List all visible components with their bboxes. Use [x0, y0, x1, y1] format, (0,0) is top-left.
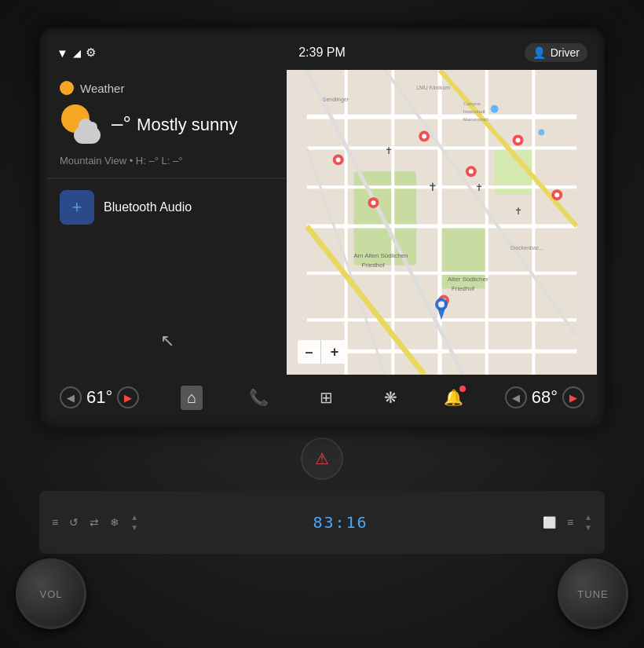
time-display: 83:16	[313, 513, 368, 532]
svg-point-28	[469, 169, 474, 174]
status-bar: ▼ ◢ ⚙ 2:39 PM 👤 Driver	[47, 35, 597, 70]
car-body: ▼ ◢ ⚙ 2:39 PM 👤 Driver	[0, 0, 644, 648]
svg-text:✝: ✝	[475, 182, 483, 193]
hazard-button[interactable]: ⚠	[301, 437, 343, 480]
svg-text:LMU Klinikum: LMU Klinikum	[416, 85, 450, 90]
tune-knob-label: TUNE	[577, 588, 608, 600]
zoom-in-button[interactable]: +	[323, 340, 346, 364]
svg-text:✝: ✝	[428, 181, 437, 193]
rear-defrost-icon[interactable]: ⬜	[543, 516, 556, 529]
bluetooth-icon-box: +	[60, 190, 94, 225]
svg-point-24	[371, 200, 375, 205]
svg-point-35	[491, 105, 499, 113]
svg-text:Sendlinger: Sendlinger	[323, 97, 349, 103]
temp-up-button[interactable]: ▲	[584, 513, 592, 522]
svg-text:Alter Südlicher: Alter Südlicher	[448, 276, 488, 283]
right-temp-group: ◀ 68° ▶	[505, 386, 584, 408]
weather-temp: –°	[112, 112, 131, 135]
left-panel: Weather –° Mostly sunny	[47, 70, 287, 375]
fan-button[interactable]: ❋	[379, 383, 402, 412]
cloud-shape	[74, 126, 101, 144]
bottom-nav: ◀ 61° ▶ ⌂ 📞 ⊞ ❋ 🔔 ◀	[47, 375, 597, 420]
signal-icon: ◢	[73, 47, 81, 59]
svg-point-26	[422, 134, 426, 139]
bluetooth-label: Bluetooth Audio	[104, 200, 192, 214]
cursor-area: ↖	[47, 236, 287, 375]
svg-text:✝: ✝	[385, 145, 393, 156]
fan-down-button[interactable]: ▼	[130, 523, 138, 532]
person-icon: 👤	[532, 46, 546, 59]
driver-button[interactable]: 👤 Driver	[525, 43, 587, 62]
weather-temp-desc-text: –° Mostly sunny	[112, 112, 237, 136]
notification-badge	[459, 386, 466, 392]
svg-point-22	[336, 157, 341, 162]
left-arrows: ▲ ▼	[130, 513, 138, 532]
right-ctrl-icons: ⬜ ≡ ▲ ▼	[543, 513, 592, 532]
volume-knob[interactable]: VOL	[16, 558, 86, 629]
temp-right-increase-button[interactable]: ▶	[562, 386, 584, 408]
status-icons-left: ▼ ◢ ⚙	[57, 46, 96, 60]
control-panel: ≡ ↺ ⇄ ❄ ▲ ▼ 83:16 ⬜ ≡ ▲ ▼	[39, 491, 605, 554]
right-temperature: 68°	[532, 387, 558, 408]
temp-left-decrease-button[interactable]: ◀	[60, 386, 82, 408]
left-temperature: 61°	[86, 387, 112, 408]
physical-controls: ⚠ ≡ ↺ ⇄ ❄ ▲ ▼ 83:16 ⬜ ≡ ▲ ▼	[39, 434, 605, 554]
bluetooth-icon: +	[72, 197, 82, 218]
hazard-triangle-icon: ⚠	[315, 449, 329, 468]
right-arrows: ▲ ▼	[584, 513, 592, 532]
fan-up-button[interactable]: ▲	[130, 513, 138, 522]
bluetooth-card[interactable]: + Bluetooth Audio	[47, 179, 287, 236]
knobs-row: VOL TUNE	[0, 558, 644, 629]
weather-section-label: Weather	[80, 82, 124, 95]
menu-icon[interactable]: ≡	[52, 516, 58, 529]
zoom-out-button[interactable]: –	[298, 340, 321, 364]
left-ctrl-icons: ≡ ↺ ⇄ ❄ ▲ ▼	[52, 513, 138, 532]
svg-text:Innenstadt: Innenstadt	[463, 109, 485, 114]
ac-icon[interactable]: ❄	[110, 516, 119, 529]
recirculate-icon[interactable]: ↺	[69, 516, 79, 529]
screen-bezel: ▼ ◢ ⚙ 2:39 PM 👤 Driver	[39, 27, 605, 428]
weather-main: –° Mostly sunny	[60, 103, 274, 144]
svg-point-36	[538, 130, 544, 136]
temp-left-increase-button[interactable]: ▶	[117, 386, 139, 408]
weather-card[interactable]: Weather –° Mostly sunny	[47, 70, 287, 178]
notifications-button[interactable]: 🔔	[444, 388, 463, 407]
map-svg: Sendlinger LMU Klinikum Campus Innenstad…	[287, 70, 597, 375]
svg-text:Friedhof: Friedhof	[452, 285, 475, 292]
weather-title: Weather	[60, 81, 274, 95]
weather-icon-large	[60, 103, 101, 144]
temp-down-button[interactable]: ▼	[584, 523, 592, 532]
home-button[interactable]: ⌂	[181, 386, 203, 410]
map-area[interactable]: Sendlinger LMU Klinikum Campus Innenstad…	[287, 70, 597, 375]
sync-icon[interactable]: ⇄	[90, 516, 99, 529]
weather-description: Mostly sunny	[137, 115, 237, 134]
svg-text:Friedhof: Friedhof	[362, 262, 386, 269]
vent-icon[interactable]: ≡	[567, 516, 573, 529]
weather-location: Mountain View • H: –° L: –°	[60, 155, 274, 167]
svg-point-53	[438, 301, 445, 307]
svg-text:Am Alten Südlichen: Am Alten Südlichen	[354, 252, 408, 259]
temp-right-decrease-button[interactable]: ◀	[505, 386, 527, 408]
map-controls: – +	[298, 340, 346, 364]
wifi-icon: ▼	[57, 46, 68, 60]
main-content: Weather –° Mostly sunny	[47, 70, 597, 375]
driver-label: Driver	[551, 46, 580, 59]
svg-text:✝: ✝	[514, 206, 522, 217]
tune-knob[interactable]: TUNE	[558, 558, 628, 629]
volume-knob-label: VOL	[39, 588, 62, 600]
svg-point-32	[554, 192, 559, 197]
apps-button[interactable]: ⊞	[315, 383, 338, 412]
screen: ▼ ◢ ⚙ 2:39 PM 👤 Driver	[47, 35, 597, 420]
cursor-icon: ↖	[160, 331, 174, 351]
settings-icon[interactable]: ⚙	[86, 46, 96, 60]
svg-text:Glockenbac...: Glockenbac...	[510, 245, 544, 251]
status-time: 2:39 PM	[298, 46, 346, 60]
svg-text:Campus: Campus	[463, 101, 481, 106]
left-temp-group: ◀ 61° ▶	[60, 386, 139, 408]
svg-point-30	[516, 138, 521, 143]
phone-button[interactable]: 📞	[244, 383, 273, 412]
weather-icon-small	[60, 81, 74, 95]
svg-text:Maxvorstadt: Maxvorstadt	[463, 117, 489, 122]
map-background: Sendlinger LMU Klinikum Campus Innenstad…	[287, 70, 597, 375]
weather-temp-desc: –° Mostly sunny	[112, 112, 237, 136]
